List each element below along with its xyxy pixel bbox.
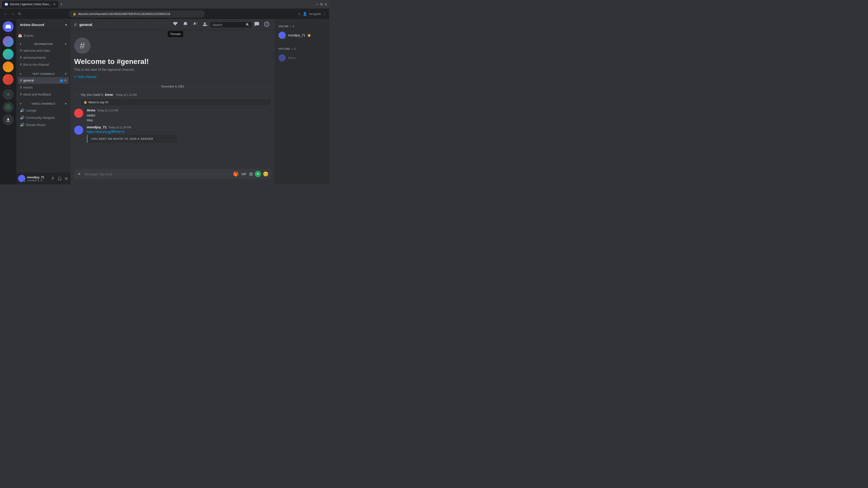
discord-home-button[interactable] [3, 21, 13, 32]
voice-channel-lounge[interactable]: 🔊 Lounge [18, 107, 69, 114]
new-tab-button[interactable]: + [59, 1, 64, 8]
pinned-messages-button[interactable] [191, 21, 200, 29]
help-button[interactable]: ? [262, 21, 271, 29]
attach-file-button[interactable]: + [76, 169, 83, 179]
channel-welcome-desc: This is the start of the #general channe… [74, 68, 134, 71]
anna-member-avatar [278, 54, 286, 61]
system-text-before: Yay you made it, [81, 93, 105, 96]
hash-icon: # [20, 78, 22, 83]
apps-button[interactable]: ⊞ [248, 170, 254, 177]
svg-point-1 [7, 106, 9, 108]
server-icon-4[interactable] [3, 74, 13, 85]
server-header-chevron: ▾ [65, 23, 67, 27]
search-bar[interactable]: Search 🔍 [211, 22, 251, 28]
server-icon-1[interactable] [3, 36, 13, 47]
reload-button[interactable]: ↻ [17, 11, 22, 17]
wave-button[interactable]: 👋 Wave to say hi! [81, 98, 271, 106]
server-icon-3[interactable] [3, 61, 13, 72]
information-add-button[interactable]: + [65, 42, 67, 46]
date-divider-line [74, 87, 159, 87]
servers-sidebar: + [0, 20, 16, 184]
server-header[interactable]: Artists Discord ▾ [16, 20, 70, 30]
member-anna[interactable]: Anna [277, 53, 327, 63]
search-placeholder: Search [213, 23, 244, 27]
channel-ideas-and-feedback[interactable]: # ideas-and-feedback [18, 91, 69, 98]
member-moodjoy[interactable]: moodjoy_71 👑 [277, 30, 327, 40]
voice-channel-stream-room[interactable]: 🔊 Stream Room [18, 121, 69, 128]
minimize-button[interactable]: ─ [316, 2, 318, 6]
information-label: INFORMATION [34, 43, 53, 45]
moodjoy-message-header: moodjoy_71 Today at 11:28 PM [87, 125, 271, 129]
system-text-after: ! [113, 93, 114, 96]
channel-this-is-my-channel[interactable]: # this-is-my-channel [18, 61, 69, 68]
anna-message-text-1: Hello! [87, 113, 271, 118]
channel-announcements[interactable]: # announcements [18, 54, 69, 61]
user-actions: 🎙 🎧 ⚙ [50, 175, 69, 182]
bookmark-icon[interactable]: ☆ [298, 12, 301, 16]
text-channels-category-header[interactable]: ▾ TEXT CHANNELS + [18, 70, 69, 77]
voice-channels-add-button[interactable]: + [65, 102, 67, 106]
inbox-button[interactable] [252, 21, 261, 29]
text-channels-add-button[interactable]: + [65, 72, 67, 76]
close-window-button[interactable]: ✕ [324, 2, 327, 6]
edit-channel-button[interactable]: ✏ Edit Channel [74, 74, 96, 79]
channel-settings-icon[interactable]: ⚙ [64, 78, 67, 82]
anna-message-text-2: Hey [87, 118, 271, 123]
channel-actions: 👥 ⚙ [59, 78, 67, 82]
information-category: ▾ INFORMATION + # welcome-and-rules # an… [16, 39, 70, 69]
user-settings-button[interactable]: ⚙ [64, 175, 69, 182]
deafen-button[interactable]: 🎧 [57, 175, 63, 182]
active-tab[interactable]: Discord | #general | Artists Disco... ✕ [2, 1, 59, 8]
channel-welcome-and-rules[interactable]: # welcome-and-rules [18, 47, 69, 54]
add-members-icon[interactable]: 👥 [59, 78, 63, 82]
discover-servers-button[interactable] [3, 102, 13, 112]
information-category-header[interactable]: ▾ INFORMATION + [18, 40, 69, 47]
incognito-label: Incognito [309, 12, 321, 15]
address-bar-row: ← → ↻ 🔒 discord.com/channels/11823620100… [0, 8, 329, 20]
server-icon-2[interactable] [3, 49, 13, 60]
main-content: # general Threads [70, 20, 275, 184]
voice-channels-category-header[interactable]: ▾ VOICE CHANNELS + [18, 100, 69, 107]
tab-close-button[interactable]: ✕ [53, 2, 56, 6]
discord-invite-link[interactable]: https://discord.gg/fffHHeY2 [87, 130, 125, 133]
anna-author: Anna [87, 108, 95, 112]
server-name: Artists Discord [20, 23, 44, 27]
back-button[interactable]: ← [3, 11, 8, 17]
mute-button[interactable]: 🎙 [50, 175, 56, 182]
gift-button[interactable]: 🎁 [232, 170, 240, 177]
add-server-button[interactable]: + [3, 89, 13, 100]
channel-name: general [23, 78, 58, 82]
emoji-button[interactable]: 😊 [262, 170, 270, 177]
anna-timestamp: Today at 1:13 AM [97, 109, 118, 112]
moodjoy-message-content: moodjoy_71 Today at 11:28 PM https://dis… [87, 125, 271, 143]
download-apps-button[interactable] [3, 114, 13, 125]
message-input[interactable] [83, 170, 232, 178]
online-status-dot [284, 37, 286, 39]
voice-channel-community-hangout[interactable]: 🔊 Community Hangout [18, 114, 69, 121]
address-bar[interactable]: 🔒 discord.com/channels/11823620100679352… [69, 10, 205, 18]
message-input-wrapper: + 🎁 GIF ⊞ G 😊 [74, 169, 271, 179]
channel-name: Community Hangout [26, 116, 67, 120]
profile-icon[interactable]: 👤 [303, 12, 307, 16]
forward-button[interactable]: → [10, 11, 16, 17]
gif-button[interactable]: GIF [241, 171, 247, 177]
message-input-area: + 🎁 GIF ⊞ G 😊 [70, 169, 275, 184]
lock-icon: 🔒 [73, 12, 76, 15]
hash-icon: # [20, 92, 22, 96]
hash-icon: # [20, 48, 22, 53]
member-list-button[interactable] [201, 21, 210, 29]
restore-button[interactable]: ⧉ [320, 2, 322, 6]
channel-general[interactable]: # general 👥 ⚙ [18, 77, 69, 84]
anna-member-name: Anna [288, 56, 296, 60]
user-avatar [18, 175, 25, 182]
invite-embed: YOU SENT AN INVITE TO JOIN A SERVER [87, 135, 177, 143]
grammarly-button[interactable]: G [255, 171, 261, 177]
notifications-button[interactable] [181, 21, 190, 29]
events-channel-item[interactable]: 📅 Events [16, 32, 70, 39]
discord-app: + Artists Discord ▾ 📅 Events ▾ INFORMATI… [0, 20, 329, 184]
threads-button[interactable]: Threads [171, 21, 180, 29]
channel-hash-icon: # [74, 22, 76, 27]
channel-events[interactable]: # events [18, 84, 69, 91]
tab-bar: Discord | #general | Artists Disco... ✕ … [0, 0, 329, 8]
more-options-button[interactable]: ⋮ [323, 12, 327, 16]
